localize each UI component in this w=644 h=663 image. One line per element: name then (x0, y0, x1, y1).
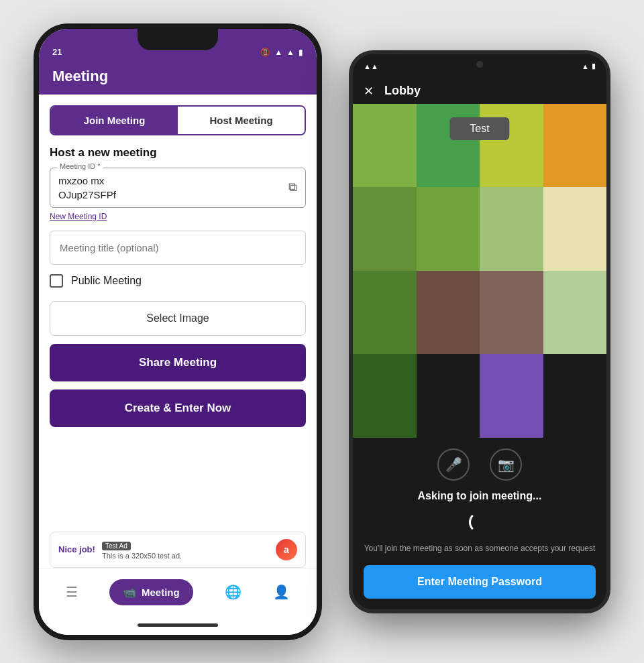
nav-item-profile[interactable]: 👤 (273, 584, 290, 600)
nav-meeting-label: Meeting (142, 587, 180, 598)
phone2-header: ✕ Lobby (353, 78, 606, 104)
globe-icon: 🌐 (225, 584, 241, 600)
join-description: You'll join the meeting as soon as someo… (364, 542, 596, 554)
asking-text: Asking to join meeting... (364, 490, 596, 502)
phone1-notch (138, 29, 218, 50)
home-bar (138, 623, 218, 627)
meeting-id-label: Meeting ID * (57, 162, 103, 170)
video-block-14 (480, 354, 543, 438)
phone2-bottom: 🎤 📷 Asking to join meeting... You'll joi… (353, 438, 606, 609)
share-meeting-button[interactable]: Share Meeting (50, 344, 306, 381)
host-section: Host a new meeting Meeting ID * mxzoo mx… (39, 135, 317, 435)
select-image-button[interactable]: Select Image (50, 301, 306, 336)
bottom-nav: ☰ 📹 Meeting 🌐 👤 (39, 568, 317, 616)
phone2: ▲▲ ▲ ▮ ✕ Lobby Test (349, 50, 610, 613)
ad-nice-job: Nice job! (58, 544, 95, 554)
media-controls: 🎤 📷 (364, 448, 596, 481)
video-block-7 (543, 187, 607, 271)
enter-password-button[interactable]: Enter Meeting Password (364, 565, 596, 599)
scene: 21 📵 ▲ ▲ ▮ Meeting Join Meeting Host Mee… (0, 0, 644, 663)
meeting-id-box: Meeting ID * mxzoo mx OJup27SFPf ⧉ (50, 168, 306, 208)
new-meeting-id-link[interactable]: New Meeting ID (50, 212, 306, 221)
signal-slash-icon: 📵 (260, 48, 270, 57)
video-block-3 (543, 104, 607, 188)
meeting-id-number: OJup27SFPf (58, 189, 116, 200)
video-block-5 (417, 187, 480, 271)
video-block-2 (480, 104, 543, 188)
video-block-10 (480, 271, 543, 355)
ad-label: Test Ad (102, 542, 131, 550)
battery-icon: ▮ (299, 48, 303, 57)
phone2-signal-icon: ▲▲ (364, 62, 378, 70)
create-enter-button[interactable]: Create & Enter Now (50, 389, 306, 427)
public-meeting-checkbox[interactable] (50, 274, 63, 288)
meeting-id-prefix: mxzoo mx (58, 175, 104, 186)
video-block-1 (417, 104, 480, 188)
ad-logo: a (276, 539, 297, 560)
phone1: 21 📵 ▲ ▲ ▮ Meeting Join Meeting Host Mee… (34, 23, 322, 640)
ad-description: This is a 320x50 test ad. (102, 552, 269, 560)
nav-meeting-button[interactable]: 📹 Meeting (109, 579, 193, 605)
phone2-status-right: ▲ ▮ (582, 62, 596, 70)
public-meeting-label: Public Meeting (71, 275, 142, 287)
video-block-4 (353, 187, 417, 271)
video-icon: 📹 (123, 586, 136, 599)
phone2-battery-icon: ▮ (592, 62, 596, 70)
nav-item-menu[interactable]: ☰ (66, 584, 78, 600)
video-name-tag: Test (449, 117, 509, 140)
signal-icon: ▲ (286, 48, 294, 57)
profile-icon: 👤 (273, 584, 290, 600)
video-block-13 (417, 354, 480, 438)
mic-icon: 🎤 (445, 457, 462, 473)
ad-banner: Nice job! Test Ad This is a 320x50 test … (50, 532, 306, 568)
status-icons: 📵 ▲ ▲ ▮ (260, 48, 303, 57)
phone2-wifi-icon: ▲ (582, 62, 589, 70)
video-block-12 (353, 354, 417, 438)
mic-button[interactable]: 🎤 (437, 448, 470, 481)
meeting-id-value: mxzoo mx OJup27SFPf (58, 174, 116, 202)
camera-icon: 📷 (498, 457, 515, 473)
phone1-header: Meeting (39, 61, 317, 95)
app-title: Meeting (52, 68, 303, 85)
front-camera (476, 61, 483, 68)
public-meeting-row: Public Meeting (50, 274, 306, 288)
video-block-0 (353, 104, 417, 188)
ad-text-block: Test Ad This is a 320x50 test ad. (102, 539, 269, 560)
meeting-id-content: mxzoo mx OJup27SFPf ⧉ (58, 174, 297, 202)
status-time: 21 (52, 47, 62, 57)
host-title: Host a new meeting (50, 146, 306, 160)
copy-icon[interactable]: ⧉ (288, 180, 297, 194)
lobby-title: Lobby (384, 84, 421, 98)
menu-icon: ☰ (66, 584, 78, 600)
phone1-content: Join Meeting Host Meeting Host a new mee… (39, 95, 317, 635)
close-button[interactable]: ✕ (364, 84, 374, 99)
video-block-6 (480, 187, 543, 271)
loading-spinner (364, 511, 596, 533)
video-block-9 (417, 271, 480, 355)
phone2-status-left: ▲▲ (364, 62, 378, 70)
video-block-15 (543, 354, 607, 438)
video-block-8 (353, 271, 417, 355)
spinner-arc (469, 511, 490, 533)
nav-item-globe[interactable]: 🌐 (225, 584, 241, 600)
meeting-title-input[interactable] (50, 231, 306, 265)
tab-join-meeting[interactable]: Join Meeting (51, 107, 178, 134)
video-area: Test (353, 104, 606, 438)
tab-host-meeting[interactable]: Host Meeting (178, 107, 305, 134)
home-indicator (39, 616, 317, 635)
tab-row: Join Meeting Host Meeting (50, 105, 306, 135)
wifi-icon: ▲ (274, 48, 282, 57)
video-blocks (353, 104, 606, 438)
video-block-11 (543, 271, 607, 355)
camera-button[interactable]: 📷 (490, 448, 522, 481)
